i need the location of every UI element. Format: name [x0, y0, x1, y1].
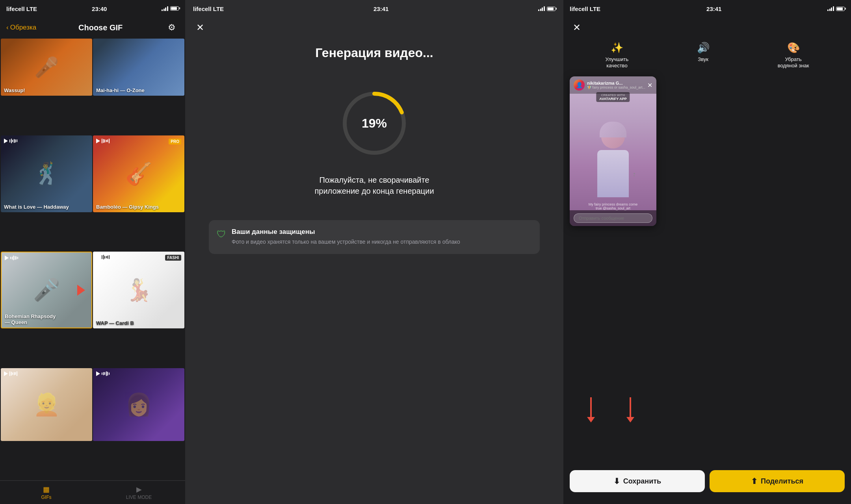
- panel1-title: Choose GIF: [78, 23, 123, 32]
- progress-message-line2: приложение до конца генерации: [314, 187, 434, 195]
- sound-icon: 🔊: [697, 42, 710, 54]
- status-bar-2: lifecell LTE 23:41: [185, 0, 563, 17]
- share-label: Поделиться: [761, 477, 803, 485]
- waveform-icon: [9, 371, 17, 376]
- gif-item-bohemian[interactable]: 🎤 Bohemian Rhapsody— Queen: [1, 252, 92, 328]
- user-text: nikitakarizma G... 🧚 fairy princess or s…: [587, 81, 645, 89]
- battery-icon-3: [836, 7, 845, 11]
- close-card-button[interactable]: ✕: [647, 82, 652, 89]
- gif-grid: 🎤 Wassup! Mai-ha-hi — O-Zone 🕺: [0, 38, 185, 480]
- signal-icon-1: [162, 6, 168, 11]
- gif-item-mai-ha-hi[interactable]: Mai-ha-hi — O-Zone: [93, 39, 184, 96]
- share-button[interactable]: ⬆ Поделиться: [710, 470, 845, 492]
- play-icon: [96, 255, 100, 259]
- username: nikitakarizma G...: [587, 81, 645, 85]
- status-bar-3: lifecell LTE 23:41: [563, 0, 851, 17]
- back-button[interactable]: ‹ Обрезка: [6, 24, 36, 32]
- play-button-wap[interactable]: [96, 255, 110, 259]
- battery-icon-1: [170, 6, 179, 12]
- tattoo: [633, 172, 641, 180]
- enhance-icon: ✨: [611, 42, 623, 54]
- gif-item-live[interactable]: 👩: [93, 368, 184, 441]
- save-button[interactable]: ⬇ Сохранить: [570, 470, 705, 492]
- video-card: 👤 nikitakarizma G... 🧚 fairy princess or…: [570, 76, 656, 226]
- fashion-badge: FASHI: [165, 255, 181, 261]
- status-icons-2: [538, 6, 556, 11]
- tool-buttons: ✨ Улучшитькачество 🔊 Звук 🎨 Убратьводяно…: [563, 38, 851, 76]
- shield-icon: 🛡: [217, 229, 226, 240]
- video-user-info: 👤 nikitakarizma G... 🧚 fairy princess or…: [574, 80, 645, 91]
- tab-gifs[interactable]: ▦ GIFs: [0, 481, 93, 504]
- gif-label-wap: WAP — Cardi B: [96, 320, 134, 326]
- security-description: Фото и видео хранятся только на вашем ус…: [232, 238, 460, 246]
- watermark-icon: 🎨: [787, 42, 800, 54]
- play-icon: [96, 139, 100, 143]
- waveform-icon: [9, 139, 17, 143]
- close-icon-3: ✕: [573, 22, 581, 33]
- arrow-down-2: [626, 397, 634, 422]
- tab-live-icon: ▶: [136, 485, 142, 494]
- generation-title: Генерация видео...: [185, 38, 563, 64]
- video-card-footer: [570, 210, 656, 226]
- progress-percent: 19%: [362, 116, 387, 131]
- sound-button[interactable]: 🔊 Звук: [697, 42, 710, 69]
- video-content: CREATED WITH AVATARIFY APP: [570, 76, 656, 226]
- arrow-down-1: [587, 397, 595, 422]
- play-icon: [5, 256, 9, 260]
- share-icon: ⬆: [751, 476, 758, 486]
- watermark-button[interactable]: 🎨 Убратьводяной знак: [778, 42, 809, 69]
- gif-label-bamboleo: Bamboléo — Gipsy Kings: [96, 204, 159, 210]
- play-button-live[interactable]: [96, 371, 110, 376]
- watermark-label: Убратьводяной знак: [778, 56, 809, 69]
- security-title: Ваши данные защищены: [232, 228, 460, 236]
- play-button-bohemian[interactable]: [5, 256, 18, 260]
- watermark-line1: CREATED WITH: [599, 93, 626, 97]
- time-3: 23:41: [706, 6, 721, 12]
- progress-message: Пожалуйста, не сворачивайте приложение д…: [185, 174, 563, 220]
- close-button-2[interactable]: ✕: [193, 20, 207, 35]
- tab-gifs-label: GIFs: [41, 495, 52, 500]
- enhance-label: Улучшитькачество: [606, 56, 629, 69]
- selection-arrow: [77, 285, 85, 296]
- gear-icon: ⚙: [168, 22, 176, 33]
- panel-result: lifecell LTE 23:41 ✕ ✨ Улучшитькачество …: [563, 0, 851, 504]
- video-preview-area: 👤 nikitakarizma G... 🧚 fairy princess or…: [563, 76, 851, 464]
- progress-message-line1: Пожалуйста, не сворачивайте: [319, 176, 429, 184]
- save-icon: ⬇: [613, 476, 620, 486]
- play-icon: [96, 371, 100, 376]
- panel-generation: lifecell LTE 23:41 ✕ Генерация видео...: [185, 0, 563, 504]
- gif-label-whatis: What is Love — Haddaway: [4, 204, 69, 210]
- gif-item-gifs[interactable]: 👱: [1, 368, 92, 441]
- enhance-quality-button[interactable]: ✨ Улучшитькачество: [606, 42, 629, 69]
- play-button-bamboleo[interactable]: [96, 139, 110, 143]
- security-text: Ваши данные защищены Фото и видео хранят…: [232, 228, 460, 246]
- back-chevron-icon: ‹: [6, 24, 9, 32]
- play-button-gifs[interactable]: [4, 371, 17, 376]
- gif-item-wassup[interactable]: 🎤 Wassup!: [1, 39, 92, 96]
- security-card: 🛡 Ваши данные защищены Фото и видео хран…: [209, 220, 540, 254]
- watermark-line2: AVATARIFY APP: [599, 97, 626, 101]
- carrier-1: lifecell LTE: [6, 6, 37, 12]
- carrier-3: lifecell LTE: [570, 6, 600, 12]
- status-icons-1: [162, 6, 179, 12]
- progress-circle: 19%: [339, 88, 410, 159]
- close-icon-2: ✕: [196, 22, 204, 33]
- settings-button[interactable]: ⚙: [165, 20, 179, 35]
- back-label: Обрезка: [10, 24, 37, 32]
- red-arrows: [587, 397, 634, 422]
- action-buttons: ⬇ Сохранить ⬆ Поделиться: [563, 464, 851, 504]
- gif-label-bohemian: Bohemian Rhapsody— Queen: [5, 313, 56, 325]
- close-button-3[interactable]: ✕: [570, 20, 584, 35]
- person-area: [570, 95, 656, 208]
- video-card-header: 👤 nikitakarizma G... 🧚 fairy princess or…: [570, 76, 656, 94]
- gif-item-what-is-love[interactable]: 🕺 What is Love — Haddaway: [1, 135, 92, 212]
- gif-item-bamboleo[interactable]: 🎸 PRO Bamboléo — Gipsy Kings: [93, 135, 184, 212]
- gif-item-wap[interactable]: 💃 FASHI WAP — Cardi B: [93, 252, 184, 328]
- play-button-whatis[interactable]: [4, 139, 17, 143]
- send-message-input[interactable]: [574, 213, 652, 223]
- signal-icon-2: [538, 6, 545, 11]
- waveform-icon: [102, 371, 110, 376]
- pro-badge: PRO: [169, 139, 181, 145]
- body: [597, 150, 629, 197]
- tab-live[interactable]: ▶ LIVE MODE: [93, 481, 185, 504]
